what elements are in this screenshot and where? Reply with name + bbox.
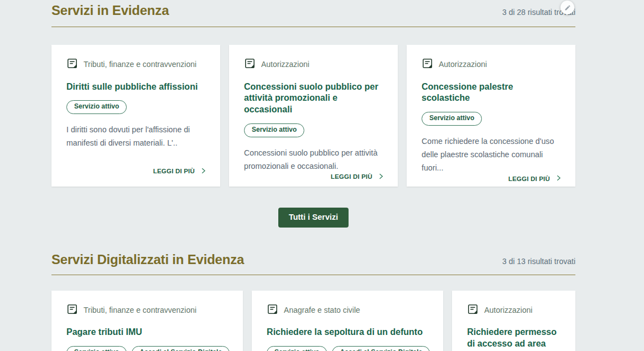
category-label: Autorizzazioni (439, 60, 487, 69)
read-more-link[interactable]: LEGGI DI PIÙ (331, 173, 385, 181)
service-card: Autorizzazioni Concessioni suolo pubblic… (229, 45, 398, 187)
section-header: Servizi Digitalizzati in Evidenza 3 di 1… (51, 252, 575, 275)
status-badge: Servizio attivo (244, 123, 304, 137)
service-card: Tributi, finanze e contravvenzioni Dirit… (51, 45, 220, 187)
page-content: Servizi in Evidenza 3 di 28 risultati tr… (51, 0, 575, 351)
card-description: Come richiedere la concessione d'uso del… (422, 135, 562, 174)
card-footer: LEGGI DI PIÙ (422, 174, 562, 183)
section-title: Servizi in Evidenza (51, 3, 169, 19)
status-badge: Servizio attivo (267, 346, 327, 351)
status-badge: Servizio attivo (66, 100, 127, 114)
card-title: Diritti sulle pubbliche affissioni (66, 81, 207, 93)
card-category: Autorizzazioni (467, 303, 562, 317)
badge-row: Servizio attivo (422, 112, 562, 126)
read-more-label: LEGGI DI PIÙ (153, 168, 195, 174)
button-row: Tutti i Servizi (51, 208, 575, 228)
service-card: Anagrafe e stato civile Richiedere la se… (252, 291, 443, 351)
note-icon (422, 58, 433, 71)
read-more-label: LEGGI DI PIÙ (331, 173, 372, 180)
section-servizi-digitalizzati: Servizi Digitalizzati in Evidenza 3 di 1… (51, 252, 575, 351)
chevron-right-icon (200, 167, 207, 176)
card-description: Concessioni suolo pubblico per attività … (244, 146, 385, 173)
chevron-right-icon (555, 174, 562, 183)
category-label: Autorizzazioni (484, 306, 532, 315)
card-footer: LEGGI DI PIÙ (244, 173, 385, 181)
badge-row: Servizio attivo Accedi al Servizio Digit… (267, 346, 430, 351)
digital-access-badge: Accedi al Servizio Digitale (332, 346, 430, 351)
read-more-link[interactable]: LEGGI DI PIÙ (508, 174, 562, 183)
service-cards: Tributi, finanze e contravvenzioni Dirit… (51, 45, 575, 187)
pencil-icon (564, 4, 571, 11)
status-badge: Servizio attivo (66, 346, 127, 351)
card-title: Richiedere la sepoltura di un defunto (267, 327, 430, 338)
note-icon (267, 303, 278, 317)
read-more-label: LEGGI DI PIÙ (508, 176, 550, 182)
card-title: Concessione palestre scolastiche (422, 81, 562, 105)
card-category: Autorizzazioni (422, 58, 562, 71)
digital-service-cards: Tributi, finanze e contravvenzioni Pagar… (51, 291, 575, 351)
note-icon (66, 303, 78, 317)
card-title: Richiedere permesso di accesso ad area Z… (467, 327, 562, 351)
card-title: Concessioni suolo pubblico per attività … (244, 81, 385, 116)
badge-row: Servizio attivo Accedi al Servizio Digit… (66, 346, 230, 351)
card-category: Anagrafe e stato civile (267, 303, 430, 317)
card-description: I diritti sono dovuti per l'affissione d… (66, 123, 207, 149)
section-servizi-in-evidenza: Servizi in Evidenza 3 di 28 risultati tr… (51, 0, 575, 228)
chevron-right-icon (377, 173, 385, 181)
results-count: 3 di 13 risultati trovati (502, 257, 575, 266)
card-title: Pagare tributi IMU (66, 327, 230, 338)
category-label: Tributi, finanze e contravvenzioni (84, 60, 196, 69)
section-header: Servizi in Evidenza 3 di 28 risultati tr… (51, 0, 575, 27)
card-category: Autorizzazioni (244, 58, 385, 71)
read-more-link[interactable]: LEGGI DI PIÙ (153, 167, 207, 176)
digital-access-badge: Accedi al Servizio Digitale (132, 346, 230, 351)
card-category: Tributi, finanze e contravvenzioni (66, 58, 207, 71)
badge-row: Servizio attivo (244, 123, 385, 137)
badge-row: Servizio attivo (66, 100, 207, 114)
note-icon (244, 58, 256, 71)
status-badge: Servizio attivo (422, 112, 482, 126)
card-footer: LEGGI DI PIÙ (66, 167, 207, 176)
service-card: Autorizzazioni Richiedere permesso di ac… (452, 291, 575, 351)
section-title: Servizi Digitalizzati in Evidenza (51, 252, 244, 268)
edit-button[interactable] (560, 1, 574, 14)
note-icon (66, 58, 78, 71)
service-card: Tributi, finanze e contravvenzioni Pagar… (51, 291, 243, 351)
card-category: Tributi, finanze e contravvenzioni (66, 303, 230, 317)
category-label: Autorizzazioni (261, 60, 309, 69)
category-label: Anagrafe e stato civile (284, 306, 360, 315)
service-card: Autorizzazioni Concessione palestre scol… (407, 45, 575, 187)
all-services-button[interactable]: Tutti i Servizi (278, 208, 349, 228)
note-icon (467, 303, 479, 317)
category-label: Tributi, finanze e contravvenzioni (84, 306, 196, 315)
